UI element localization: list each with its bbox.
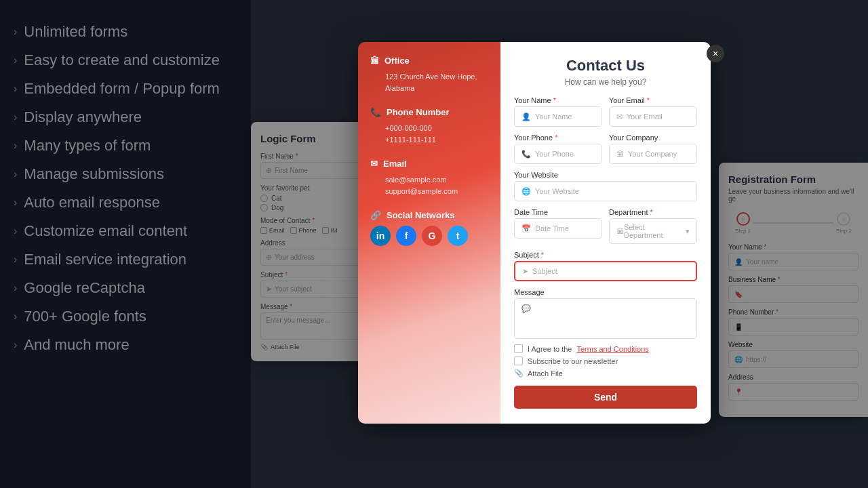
reg-business-input[interactable]: 🔖 bbox=[728, 285, 859, 303]
datetime-dept-row: Date Time 📅 Date Time Department * 🏛 Sel… bbox=[514, 208, 697, 244]
message-textarea[interactable]: 💬 bbox=[514, 298, 697, 339]
chevron-right-icon: › bbox=[14, 26, 17, 38]
name-input[interactable]: 👤 Your Name bbox=[514, 106, 602, 127]
email-field: Your Email * ✉ Your Email bbox=[609, 96, 697, 127]
phone-icon: 📞 bbox=[370, 107, 381, 117]
feature-item: ›Embedded form / Popup form bbox=[14, 77, 237, 100]
attach-row[interactable]: 📎 Attach File bbox=[514, 369, 697, 378]
reg-phone-label: Phone Number * bbox=[728, 308, 859, 316]
email-title: ✉ Email bbox=[370, 159, 488, 169]
reg-website-label: Website bbox=[728, 341, 859, 348]
lf-address-input[interactable]: ⊕ Your address bbox=[260, 249, 363, 266]
email-section: ✉ Email sale@sample.com support@sample.c… bbox=[370, 159, 488, 197]
lf-radio-cat[interactable]: Cat bbox=[260, 195, 363, 202]
linkedin-icon[interactable]: in bbox=[370, 226, 391, 246]
social-title: 🔗 Social Networks bbox=[370, 210, 488, 220]
reg-name-label: Your Name * bbox=[728, 243, 859, 251]
email-addresses: sale@sample.com support@sample.com bbox=[370, 174, 488, 197]
calendar-icon: 📅 bbox=[521, 224, 531, 233]
feature-item: ›And much more bbox=[14, 333, 237, 357]
phone-input[interactable]: 📞 Your Phone bbox=[514, 144, 602, 164]
feature-item: ›Customize email content bbox=[14, 220, 237, 243]
phone-label: Your Phone * bbox=[514, 134, 602, 142]
feature-item: ›Auto email response bbox=[14, 191, 237, 214]
reg-globe-icon: 🌐 bbox=[734, 356, 743, 363]
lf-message-label: Message * bbox=[260, 303, 363, 310]
department-select[interactable]: 🏛 Select Department ▾ bbox=[609, 218, 697, 244]
newsletter-row[interactable]: Subscribe to our newsletter bbox=[514, 357, 697, 365]
phone-title: 📞 Phone Number bbox=[370, 107, 488, 117]
chevron-right-icon: › bbox=[14, 168, 17, 180]
reg-website-input[interactable]: 🌐 https:// bbox=[728, 350, 859, 368]
company-label: Your Company bbox=[609, 134, 697, 142]
lf-mode-email[interactable]: Email bbox=[260, 227, 285, 234]
office-icon: 🏛 bbox=[370, 56, 379, 66]
building-icon: 🏛 bbox=[616, 227, 624, 235]
phone-numbers: +000-000-000 +1111-111-111 bbox=[370, 123, 488, 145]
name-email-row: Your Name * 👤 Your Name Your Email * ✉ Y… bbox=[514, 96, 697, 127]
chevron-right-icon: › bbox=[14, 282, 17, 294]
lf-address-label: Address bbox=[260, 239, 363, 247]
contact-form-title: Contact Us bbox=[514, 57, 697, 75]
datetime-label: Date Time bbox=[514, 208, 602, 216]
lf-mode-im[interactable]: IM bbox=[322, 227, 338, 234]
attach-icon: 📎 bbox=[260, 344, 268, 350]
close-button[interactable]: × bbox=[707, 45, 724, 62]
terms-link[interactable]: Terms and Conditions bbox=[576, 345, 648, 353]
paperclip-icon: 📎 bbox=[514, 369, 524, 378]
name-field: Your Name * 👤 Your Name bbox=[514, 96, 602, 127]
chevron-right-icon: › bbox=[14, 111, 17, 123]
lf-pet-label: Your favorite pet bbox=[260, 184, 363, 192]
feature-item: ›Easy to create and customize bbox=[14, 49, 237, 72]
reg-phone-input[interactable]: 📱 bbox=[728, 318, 859, 336]
company-input[interactable]: 🏛 Your Company bbox=[609, 144, 697, 164]
lf-mode-phone[interactable]: Phone bbox=[290, 227, 317, 234]
terms-checkbox[interactable] bbox=[514, 344, 523, 353]
facebook-icon[interactable]: f bbox=[396, 226, 416, 246]
lf-attach[interactable]: 📎 Attach File bbox=[260, 344, 363, 350]
datetime-input[interactable]: 📅 Date Time bbox=[514, 218, 602, 239]
reg-name-input[interactable]: 👤 Your name bbox=[728, 253, 859, 270]
feature-item: ›Manage submissions bbox=[14, 163, 237, 186]
lf-mode-label: Mode of Contact * bbox=[260, 217, 363, 224]
feature-panel: ›Unlimited forms›Easy to create and cust… bbox=[0, 0, 251, 488]
email-input[interactable]: ✉ Your Email bbox=[609, 106, 697, 127]
twitter-icon[interactable]: t bbox=[448, 226, 468, 246]
name-label: Your Name * bbox=[514, 96, 602, 104]
step-line bbox=[753, 222, 833, 224]
registration-form-card: Registration Form Leave your business in… bbox=[719, 163, 868, 417]
lf-message-input[interactable]: Enter you message... bbox=[260, 312, 363, 340]
newsletter-checkbox[interactable] bbox=[514, 357, 523, 365]
email-icon: ✉ bbox=[370, 159, 378, 169]
website-field: Your Website 🌐 Your Website bbox=[514, 171, 697, 208]
bookmark-icon: 🔖 bbox=[734, 291, 743, 298]
feature-item: ›Many types of form bbox=[14, 134, 237, 157]
email-label: Your Email * bbox=[609, 96, 697, 104]
send-button[interactable]: Send bbox=[514, 386, 697, 409]
feature-item: ›Unlimited forms bbox=[14, 20, 237, 43]
lf-radio-dog[interactable]: Dog bbox=[260, 204, 363, 211]
chevron-right-icon: › bbox=[14, 54, 17, 66]
chevron-right-icon: › bbox=[14, 140, 17, 152]
subject-input[interactable]: ➤ Subject bbox=[514, 261, 697, 281]
company-field: Your Company 🏛 Your Company bbox=[609, 134, 697, 164]
chat-icon: 💬 bbox=[521, 304, 531, 312]
modal-info-panel: 🏛 Office 123 Church Ave New Hope, Alabam… bbox=[358, 42, 500, 424]
chevron-down-icon: ▾ bbox=[686, 227, 690, 236]
arrow-icon: ➤ bbox=[266, 285, 272, 293]
step1-circle: ○ bbox=[736, 212, 750, 226]
subject-icon: ➤ bbox=[522, 267, 528, 276]
reg-address-input[interactable]: 📍 bbox=[728, 383, 859, 401]
google-icon[interactable]: G bbox=[422, 226, 442, 246]
lf-pet-options: Cat Dog bbox=[260, 195, 363, 211]
lf-firstname-label: First Name * bbox=[260, 152, 363, 160]
message-field: Message 💬 bbox=[514, 288, 697, 344]
lf-firstname-input[interactable]: ⊕ First Name bbox=[260, 162, 363, 179]
phone-field: Your Phone * 📞 Your Phone bbox=[514, 134, 602, 164]
chevron-right-icon: › bbox=[14, 83, 17, 95]
website-input[interactable]: 🌐 Your Website bbox=[514, 181, 697, 201]
terms-row[interactable]: I Agree to the Terms and Conditions bbox=[514, 344, 697, 353]
reg-address-label: Address bbox=[728, 373, 859, 381]
lf-subject-input[interactable]: ➤ Your subject bbox=[260, 281, 363, 298]
social-icon: 🔗 bbox=[370, 210, 381, 220]
